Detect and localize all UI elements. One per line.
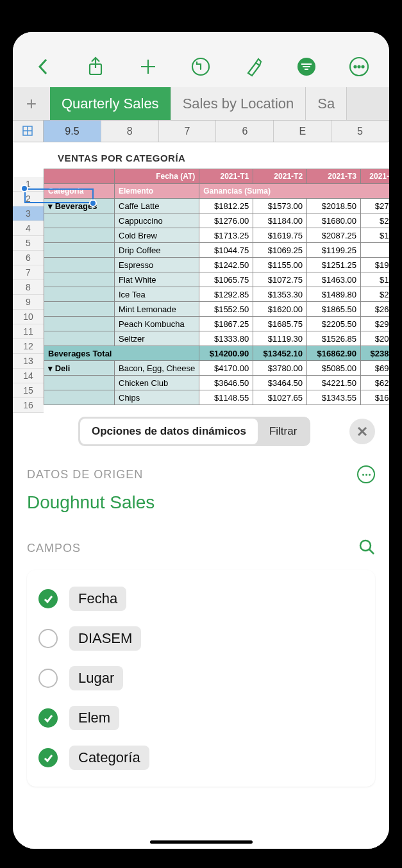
close-panel-button[interactable] <box>349 419 375 444</box>
tab-overflow[interactable]: Sa <box>306 87 347 120</box>
share-button[interactable] <box>69 51 122 82</box>
home-indicator[interactable] <box>150 840 253 844</box>
field-row[interactable]: Fecha <box>35 579 367 619</box>
field-checkbox[interactable] <box>38 589 58 608</box>
source-data-name[interactable]: Doughnut Sales <box>27 492 375 513</box>
app-toolbar <box>13 32 389 87</box>
field-row[interactable]: Lugar <box>35 658 367 698</box>
pivot-options-panel: Opciones de datos dinámicos Filtrar DATO… <box>13 405 389 849</box>
selection-handle[interactable] <box>89 199 97 207</box>
sheet-tabs: + Quarterly Sales Sales by Location Sa <box>13 87 389 121</box>
col-header[interactable]: 7 <box>159 121 217 142</box>
field-checkbox[interactable] <box>38 748 58 767</box>
segment-pivot-options[interactable]: Opciones de datos dinámicos <box>80 419 258 444</box>
fields-label: CAMPOS <box>27 538 375 558</box>
cell-selection[interactable] <box>24 188 94 203</box>
field-row[interactable]: Categoría <box>35 738 367 778</box>
tab-sales-by-location[interactable]: Sales by Location <box>171 87 306 120</box>
selection-handle[interactable] <box>21 185 28 192</box>
svg-point-11 <box>362 66 364 68</box>
col-header[interactable]: 6 <box>216 121 274 142</box>
col-header[interactable]: 8 <box>101 121 159 142</box>
svg-point-9 <box>354 66 356 68</box>
svg-line-18 <box>369 549 374 554</box>
fields-list: Fecha DIASEM Lugar Elem Categoría <box>27 570 375 787</box>
svg-point-17 <box>360 540 371 551</box>
field-chip[interactable]: Elem <box>69 706 119 730</box>
field-chip[interactable]: DIASEM <box>69 626 141 651</box>
search-fields-button[interactable] <box>358 538 375 558</box>
tab-quarterly-sales[interactable]: Quarterly Sales <box>50 87 171 120</box>
column-headers: 9.5 8 7 6 E 5 <box>13 121 389 142</box>
field-row[interactable]: DIASEM <box>35 619 367 658</box>
add-sheet-button[interactable]: + <box>13 87 50 120</box>
spreadsheet-area[interactable]: 1 2 3 4 5 6 7 8 9 10 11 12 13 14 15 16 V… <box>13 142 389 414</box>
field-checkbox[interactable] <box>38 708 58 728</box>
format-brush-button[interactable] <box>228 51 280 82</box>
field-chip[interactable]: Categoría <box>69 746 149 770</box>
field-checkbox[interactable] <box>38 669 58 688</box>
field-checkbox[interactable] <box>38 629 58 648</box>
undo-button[interactable] <box>174 51 227 82</box>
source-data-label: DATOS DE ORIGEN <box>27 465 375 483</box>
field-chip[interactable]: Lugar <box>69 666 123 690</box>
svg-point-10 <box>358 66 360 68</box>
segment-filter[interactable]: Filtrar <box>258 419 308 444</box>
col-header[interactable]: 5 <box>331 121 389 142</box>
more-button[interactable] <box>333 51 385 82</box>
filter-button[interactable] <box>280 51 333 82</box>
select-all-corner[interactable] <box>13 121 44 142</box>
add-button[interactable] <box>122 51 174 82</box>
back-button[interactable] <box>17 51 69 82</box>
field-chip[interactable]: Fecha <box>69 587 126 611</box>
col-header[interactable]: E <box>274 121 331 142</box>
col-header[interactable]: 9.5 <box>44 121 101 142</box>
source-more-button[interactable] <box>357 465 375 483</box>
field-row[interactable]: Elem <box>35 698 367 738</box>
pivot-title: VENTAS POR CATEGORÍA <box>44 153 389 169</box>
panel-segmented-control[interactable]: Opciones de datos dinámicos Filtrar <box>78 417 310 446</box>
